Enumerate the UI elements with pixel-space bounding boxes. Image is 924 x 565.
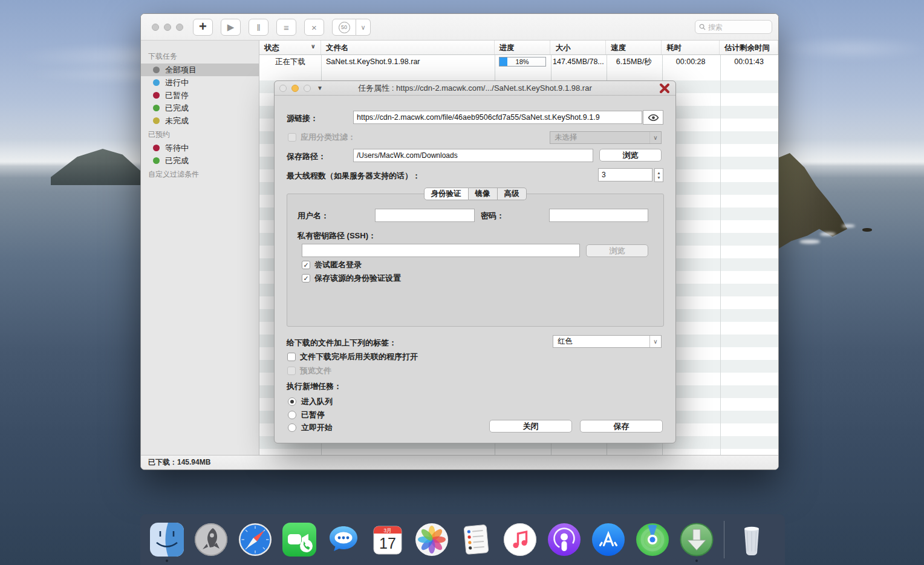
reveal-url-button[interactable] bbox=[643, 110, 663, 125]
dock-calendar-button[interactable]: 3月17 bbox=[371, 523, 405, 557]
column-header-大小[interactable]: 大小 bbox=[550, 41, 606, 54]
checkbox-icon bbox=[287, 367, 296, 375]
radio-label: 已暂停 bbox=[301, 410, 325, 420]
radio-立即开始[interactable]: 立即开始 bbox=[288, 422, 333, 433]
radio-已暂停[interactable]: 已暂停 bbox=[288, 410, 325, 420]
running-indicator bbox=[166, 560, 168, 562]
password-input[interactable] bbox=[549, 209, 648, 222]
source-url-input[interactable] bbox=[353, 111, 642, 124]
category-filter-dropdown[interactable]: 未选择 ∨ bbox=[550, 131, 662, 144]
checkbox-icon: ✓ bbox=[302, 274, 310, 282]
reminders-icon bbox=[459, 523, 493, 557]
radio-进入队列[interactable]: 进入队列 bbox=[288, 396, 333, 407]
close-traffic-light[interactable] bbox=[152, 24, 159, 31]
sidebar-item-未完成[interactable]: 未完成 bbox=[141, 114, 259, 127]
dialog-minimize-traffic-light[interactable] bbox=[291, 85, 299, 92]
preview-file-checkbox[interactable]: 预览文件 bbox=[287, 365, 331, 376]
open-after-download-checkbox[interactable]: 文件下载完毕后用关联的程序打开 bbox=[287, 351, 418, 362]
sidebar-item-进行中[interactable]: 进行中 bbox=[141, 76, 259, 89]
calendar-icon: 3月17 bbox=[371, 523, 405, 557]
start-button[interactable]: ▶ bbox=[221, 19, 241, 36]
max-threads-input[interactable] bbox=[598, 168, 652, 181]
auth-checkbox-1[interactable]: ✓保存该源的身份验证设置 bbox=[302, 273, 401, 284]
column-header-速度[interactable]: 速度 bbox=[606, 41, 662, 54]
safari-icon bbox=[238, 523, 272, 557]
rock bbox=[862, 228, 872, 232]
sidebar-item-全部项目[interactable]: 全部项目 bbox=[141, 64, 259, 76]
browse-path-button[interactable]: 浏览 bbox=[599, 149, 662, 162]
dock-launchpad-button[interactable] bbox=[194, 523, 228, 557]
search-input[interactable] bbox=[708, 23, 763, 31]
photos-icon bbox=[415, 523, 449, 557]
save-button[interactable]: 保存 bbox=[580, 420, 663, 433]
new-task-label: 执行新增任務： bbox=[287, 381, 342, 392]
sidebar-item-label: 已完成 bbox=[165, 103, 189, 114]
zoom-traffic-light[interactable] bbox=[176, 24, 183, 31]
ssh-key-input[interactable] bbox=[302, 244, 580, 257]
toolbar: +▶‖≡× 50 ∨ bbox=[141, 14, 778, 41]
find-my-icon bbox=[636, 523, 669, 557]
radio-icon bbox=[288, 423, 296, 432]
column-header-状态[interactable]: 状态∨ bbox=[259, 41, 321, 54]
downloaded-total: 已下载：145.94MB bbox=[148, 457, 210, 468]
save-path-input[interactable] bbox=[353, 149, 593, 162]
chevron-down-icon: ∨ bbox=[649, 132, 661, 143]
sidebar-item-已完成[interactable]: 已完成 bbox=[141, 154, 259, 167]
tab-镜像[interactable]: 镜像 bbox=[469, 188, 498, 200]
dock: 3月17 bbox=[140, 514, 785, 565]
add-task-button[interactable]: + bbox=[193, 19, 213, 36]
right-cliff bbox=[776, 153, 924, 263]
search-field[interactable] bbox=[695, 20, 772, 34]
password-label: 密码： bbox=[481, 211, 504, 221]
dock-safari-button[interactable] bbox=[238, 523, 272, 557]
max-threads-label: 最大线程数（如果服务器支持的话）： bbox=[287, 171, 420, 181]
pause-button[interactable]: ‖ bbox=[249, 19, 268, 36]
radio-icon bbox=[288, 411, 296, 419]
tab-身份验证[interactable]: 身份验证 bbox=[424, 188, 469, 200]
cancel-button[interactable]: × bbox=[304, 19, 324, 36]
tab-高级[interactable]: 高级 bbox=[498, 188, 527, 200]
sidebar-item-等待中[interactable]: 等待中 bbox=[141, 142, 259, 154]
dock-music-button[interactable] bbox=[503, 523, 537, 557]
dock-photos-button[interactable] bbox=[415, 523, 449, 557]
dock-finder-button[interactable] bbox=[150, 523, 184, 557]
close-button[interactable]: 关闭 bbox=[489, 420, 572, 433]
list-button[interactable]: ≡ bbox=[276, 19, 296, 36]
column-header-估计剩余时间[interactable]: 估计剩余时间 bbox=[720, 41, 778, 54]
dock-facetime-button[interactable] bbox=[282, 523, 316, 557]
column-header-进度[interactable]: 进度 bbox=[495, 41, 551, 54]
dialog-close-traffic-light[interactable] bbox=[279, 85, 287, 92]
dock-downloader-button[interactable] bbox=[680, 523, 714, 557]
dock-messages-button[interactable] bbox=[327, 523, 360, 557]
list-icon: ≡ bbox=[284, 22, 289, 33]
category-filter-checkbox[interactable]: 应用分类过滤： bbox=[288, 132, 356, 143]
username-input[interactable] bbox=[375, 209, 475, 222]
dock-app-store-button[interactable] bbox=[591, 523, 625, 557]
queue-limit-chevron-button[interactable]: ∨ bbox=[356, 19, 371, 36]
dock-trash-button[interactable] bbox=[735, 523, 769, 557]
row-elapsed: 00:00:28 bbox=[662, 57, 720, 66]
minimize-traffic-light[interactable] bbox=[164, 24, 171, 31]
sidebar-section-header: 下载任务 bbox=[141, 49, 259, 64]
svg-text:17: 17 bbox=[379, 535, 396, 552]
column-header-文件名[interactable]: 文件名 bbox=[321, 41, 495, 54]
chevron-down-icon: ∨ bbox=[649, 336, 661, 347]
column-header-耗时[interactable]: 耗时 bbox=[662, 41, 720, 54]
dock-reminders-button[interactable] bbox=[459, 523, 493, 557]
dialog-zoom-traffic-light[interactable] bbox=[304, 85, 311, 92]
threads-stepper[interactable]: ▲ ▼ bbox=[654, 168, 663, 182]
dock-find-my-button[interactable] bbox=[636, 523, 669, 557]
file-tag-dropdown[interactable]: 红色 ∨ bbox=[553, 335, 662, 348]
auth-checkbox-0[interactable]: ✓尝试匿名登录 bbox=[302, 260, 362, 270]
status-dot-icon bbox=[153, 79, 160, 86]
disclosure-triangle-icon[interactable]: ▼ bbox=[317, 85, 323, 91]
queue-limit-button[interactable]: 50 bbox=[332, 19, 356, 36]
table-row[interactable]: 正在下载SaNet.st.KeyShot.9.1.98.rar18%147.45… bbox=[259, 55, 778, 68]
sidebar-item-已完成[interactable]: 已完成 bbox=[141, 102, 259, 114]
sidebar-item-已暂停[interactable]: 已暂停 bbox=[141, 89, 259, 102]
dialog-close-button[interactable] bbox=[659, 82, 671, 94]
browse-ssh-button[interactable]: 浏览 bbox=[586, 244, 648, 257]
running-indicator bbox=[695, 560, 698, 562]
checkbox-label: 尝试匿名登录 bbox=[314, 260, 362, 270]
dock-podcasts-button[interactable] bbox=[547, 523, 581, 557]
